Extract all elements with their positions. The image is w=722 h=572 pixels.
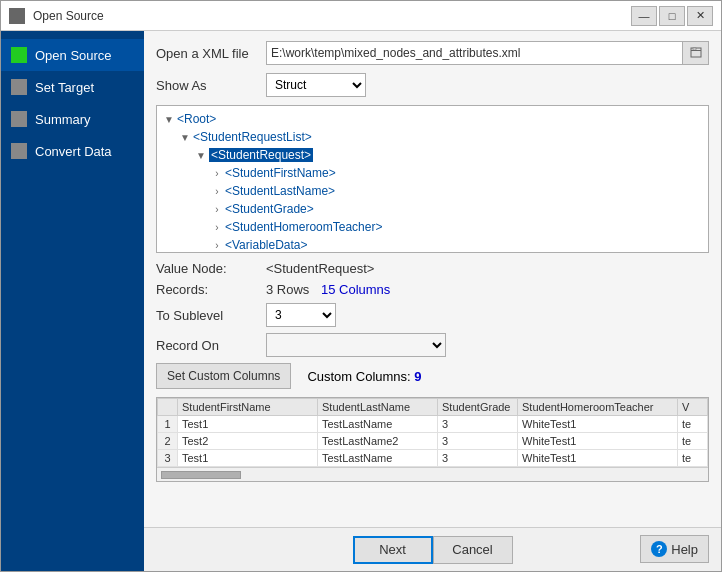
expander-studentrequest[interactable]: ▼ <box>193 147 209 163</box>
set-custom-columns-button[interactable]: Set Custom Columns <box>156 363 291 389</box>
row-2-variable: te <box>678 433 708 450</box>
table-hscroll[interactable] <box>157 467 708 481</box>
maximize-button[interactable]: □ <box>659 6 685 26</box>
help-button[interactable]: ? Help <box>640 535 709 563</box>
tree-content: ▼ <Root> ▼ <StudentRequestList> <box>157 106 708 253</box>
sidebar-item-convert-data[interactable]: Convert Data <box>1 135 144 167</box>
file-input[interactable] <box>266 41 683 65</box>
data-table: StudentFirstName StudentLastName Student… <box>157 398 708 467</box>
title-bar-left: Open Source <box>9 8 104 24</box>
footer: Next Cancel ? Help <box>144 527 721 571</box>
browse-icon <box>690 47 702 59</box>
file-row: Open a XML file <box>156 41 709 65</box>
tree-node-studentlastname[interactable]: › <StudentLastName> <box>161 182 704 200</box>
record-on-select[interactable] <box>266 333 446 357</box>
col-header-rownum <box>158 399 178 416</box>
tree-container[interactable]: ▼ <Root> ▼ <StudentRequestList> <box>156 105 709 253</box>
tree-node-variabledata[interactable]: › <VariableData> <box>161 236 704 253</box>
expander-root[interactable]: ▼ <box>161 111 177 127</box>
tree-node-studentrequest[interactable]: ▼ <StudentRequest> <box>161 146 704 164</box>
custom-columns-info: Custom Columns: 9 <box>307 369 421 384</box>
sublevel-label: To Sublevel <box>156 308 266 323</box>
row-3-variable: te <box>678 450 708 467</box>
tree-text-studentrequest: <StudentRequest> <box>209 148 313 162</box>
tree-node-root[interactable]: ▼ <Root> <box>161 110 704 128</box>
value-node-label: Value Node: <box>156 261 266 276</box>
sidebar-item-open-source[interactable]: Open Source <box>1 39 144 71</box>
tree-text-studentgrade: <StudentGrade> <box>225 202 314 216</box>
tree-text-variabledata: <VariableData> <box>225 238 308 252</box>
sidebar-label-open-source: Open Source <box>35 48 112 63</box>
row-3-grade: 3 <box>438 450 518 467</box>
row-1-lastname: TestLastName <box>318 416 438 433</box>
records-rows: 3 Rows <box>266 282 309 297</box>
title-bar: Open Source — □ ✕ <box>1 1 721 31</box>
sidebar: Open Source Set Target Summary Convert D… <box>1 31 144 571</box>
form-area: Open a XML file Show <box>144 31 721 527</box>
sidebar-label-convert-data: Convert Data <box>35 144 112 159</box>
tree-text-studentrequestlist: <StudentRequestList> <box>193 130 312 144</box>
close-button[interactable]: ✕ <box>687 6 713 26</box>
expander-studentlastname[interactable]: › <box>209 183 225 199</box>
sublevel-row: To Sublevel 1 2 3 4 5 <box>156 303 709 327</box>
expander-studentgrade[interactable]: › <box>209 201 225 217</box>
col-header-lastname: StudentLastName <box>318 399 438 416</box>
data-table-wrap: StudentFirstName StudentLastName Student… <box>156 397 709 482</box>
table-scroll-area: StudentFirstName StudentLastName Student… <box>157 398 708 467</box>
tree-node-studentgrade[interactable]: › <StudentGrade> <box>161 200 704 218</box>
convert-data-icon <box>11 143 27 159</box>
app-icon <box>9 8 25 24</box>
cancel-button[interactable]: Cancel <box>433 536 513 564</box>
row-2-num: 2 <box>158 433 178 450</box>
next-button[interactable]: Next <box>353 536 433 564</box>
sublevel-select[interactable]: 1 2 3 4 5 <box>266 303 336 327</box>
open-source-icon <box>11 47 27 63</box>
custom-columns-count: 9 <box>414 369 421 384</box>
col-header-homeroom: StudentHomeroomTeacher <box>518 399 678 416</box>
sidebar-label-summary: Summary <box>35 112 91 127</box>
table-row: 1 Test1 TestLastName 3 WhiteTest1 te <box>158 416 708 433</box>
main-window: Open Source — □ ✕ Open Source Set Target… <box>0 0 722 572</box>
sidebar-item-summary[interactable]: Summary <box>1 103 144 135</box>
row-3-lastname: TestLastName <box>318 450 438 467</box>
summary-icon <box>11 111 27 127</box>
table-scroll-thumb[interactable] <box>161 471 241 479</box>
set-target-icon <box>11 79 27 95</box>
tree-text-studentfirstname: <StudentFirstName> <box>225 166 336 180</box>
minimize-button[interactable]: — <box>631 6 657 26</box>
help-label: Help <box>671 542 698 557</box>
table-header-row: StudentFirstName StudentLastName Student… <box>158 399 708 416</box>
custom-columns-label: Custom Columns: <box>307 369 410 384</box>
show-as-label: Show As <box>156 78 266 93</box>
expander-studentfirstname[interactable]: › <box>209 165 225 181</box>
show-as-select[interactable]: Struct List Table <box>266 73 366 97</box>
custom-columns-row: Set Custom Columns Custom Columns: 9 <box>156 363 709 389</box>
row-1-grade: 3 <box>438 416 518 433</box>
row-2-homeroom: WhiteTest1 <box>518 433 678 450</box>
value-node-value: <StudentRequest> <box>266 261 374 276</box>
row-1-homeroom: WhiteTest1 <box>518 416 678 433</box>
sidebar-label-set-target: Set Target <box>35 80 94 95</box>
svg-rect-2 <box>693 48 696 50</box>
window-title: Open Source <box>33 9 104 23</box>
sidebar-item-set-target[interactable]: Set Target <box>1 71 144 103</box>
expander-studentrequestlist[interactable]: ▼ <box>177 129 193 145</box>
table-row: 3 Test1 TestLastName 3 WhiteTest1 te <box>158 450 708 467</box>
file-input-wrap <box>266 41 709 65</box>
records-value: 3 Rows 15 Columns <box>266 282 390 297</box>
browse-button[interactable] <box>683 41 709 65</box>
expander-variabledata[interactable]: › <box>209 237 225 253</box>
right-panel: Open a XML file Show <box>144 31 721 571</box>
table-row: 2 Test2 TestLastName2 3 WhiteTest1 te <box>158 433 708 450</box>
col-header-firstname: StudentFirstName <box>178 399 318 416</box>
tree-node-studentrequestlist[interactable]: ▼ <StudentRequestList> <box>161 128 704 146</box>
col-header-variable: V <box>678 399 708 416</box>
row-2-lastname: TestLastName2 <box>318 433 438 450</box>
tree-text-root: <Root> <box>177 112 216 126</box>
tree-node-studentfirstname[interactable]: › <StudentFirstName> <box>161 164 704 182</box>
record-on-row: Record On <box>156 333 709 357</box>
tree-text-studentlastname: <StudentLastName> <box>225 184 335 198</box>
tree-node-studenthomeroomteacher[interactable]: › <StudentHomeroomTeacher> <box>161 218 704 236</box>
expander-studenthomeroomteacher[interactable]: › <box>209 219 225 235</box>
row-3-num: 3 <box>158 450 178 467</box>
